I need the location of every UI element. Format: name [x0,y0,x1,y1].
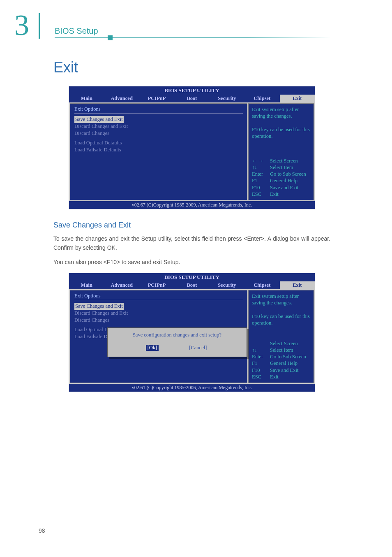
key-lr: ← → [252,158,270,164]
opt-discard[interactable]: Discard Changes [74,130,243,137]
key-enter: Enter [252,171,270,177]
bios-tabs: Main Advanced PCIPnP Boot Security Chips… [69,95,315,102]
dialog-ok-button[interactable]: [Ok] [146,345,159,351]
tab-chipset[interactable]: Chipset [244,95,279,102]
opt-load-optimal[interactable]: Load Optimal Defaults [74,139,243,146]
body-paragraph-1: To save the changes and exit the Setup u… [53,234,330,252]
opt-load-failsafe[interactable]: Load Failsafe Defaults [74,146,243,153]
decorative-line [55,37,330,38]
opt-discard-exit[interactable]: Discard Changes and Exit [74,123,243,130]
tab-pcipnp[interactable]: PCIPnP [139,281,174,289]
tab-boot[interactable]: Boot [174,281,209,289]
key-esc: ESC [252,191,270,197]
subheading: Save Changes and Exit [53,221,330,230]
opt-save-exit[interactable]: Save Changes and Exit [74,303,124,310]
chapter-number: 3 [14,8,29,42]
key-f1: F1 [252,360,270,367]
tab-advanced[interactable]: Advanced [104,281,139,289]
tab-pcipnp[interactable]: PCIPnP [139,95,174,102]
page-number: 98 [39,527,45,534]
key-legend: Select Screen ↑↓Select Item EnterGo to S… [252,340,310,381]
tab-security[interactable]: Security [210,281,244,289]
bios-help-pane: Exit system setup after saving the chang… [248,290,314,383]
page-title: Exit [53,59,330,76]
body-paragraph-2: You can also press <F10> to save and exi… [53,258,330,267]
tab-security[interactable]: Security [210,95,244,102]
bios-screenshot-1: BIOS SETUP UTILITY Main Advanced PCIPnP … [69,86,315,209]
key-esc: ESC [252,374,270,380]
dialog-message: Save configuration changes and exit setu… [113,332,242,338]
opt-discard[interactable]: Discard Changes [74,317,243,324]
bios-help-pane: Exit system setup after saving the chang… [248,103,314,200]
tab-boot[interactable]: Boot [174,95,209,102]
tab-advanced[interactable]: Advanced [104,95,139,102]
tab-main[interactable]: Main [69,281,104,289]
key-select-screen: Select Screen [270,340,298,347]
bios-screenshot-2: BIOS SETUP UTILITY Main Advanced PCIPnP … [69,273,315,392]
dialog-cancel-button[interactable]: [Cancel] [187,345,208,351]
section-label: BIOS Setup [55,26,98,36]
bios-footer: v02.67 (C)Copyright 1985-2009, American … [69,201,315,209]
options-header: Exit Options [74,293,243,299]
confirm-dialog: Save configuration changes and exit setu… [107,327,247,357]
bios-title: BIOS SETUP UTILITY [69,273,315,281]
bios-title: BIOS SETUP UTILITY [69,86,315,95]
opt-discard-exit[interactable]: Discard Changes and Exit [74,310,243,317]
help-text: Exit system setup after saving the chang… [252,293,310,326]
bios-tabs: Main Advanced PCIPnP Boot Security Chips… [69,281,315,289]
vertical-divider [39,13,40,39]
tab-main[interactable]: Main [69,95,104,102]
opt-save-exit[interactable]: Save Changes and Exit [74,116,124,123]
tab-chipset[interactable]: Chipset [244,281,279,289]
key-f10: F10 [252,367,270,374]
bios-options-pane: Exit Options Save Changes and Exit Disca… [70,103,247,200]
key-enter: Enter [252,353,270,360]
options-header: Exit Options [74,106,243,112]
key-ud: ↑↓ [252,164,270,171]
key-f1: F1 [252,177,270,184]
key-legend: ← →Select Screen ↑↓Select Item EnterGo t… [252,158,310,198]
key-f10: F10 [252,184,270,191]
help-text: Exit system setup after saving the chang… [252,106,310,139]
bios-options-pane: Exit Options Save Changes and Exit Disca… [70,290,247,383]
bios-footer: v02.61 (C)Copyright 1985-2006, American … [69,384,315,392]
key-ud: ↑↓ [252,347,270,353]
tab-exit[interactable]: Exit [280,281,315,289]
tab-exit[interactable]: Exit [280,95,315,102]
